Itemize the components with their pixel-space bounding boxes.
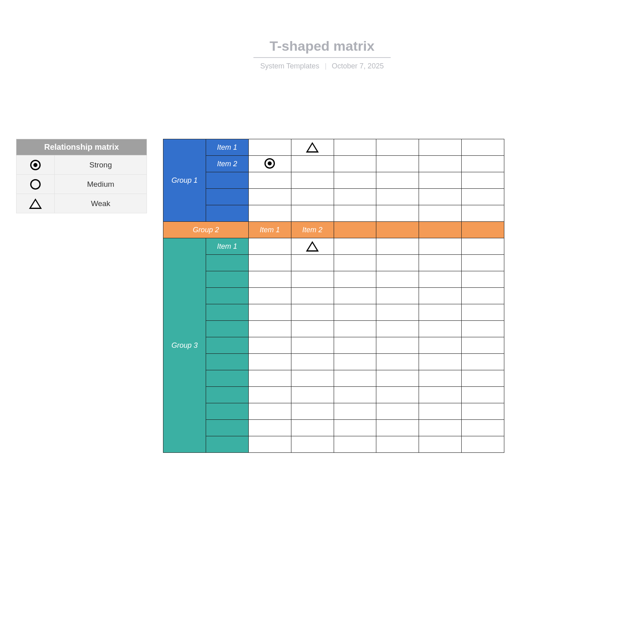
group2-item[interactable] — [376, 222, 419, 238]
matrix-cell[interactable] — [248, 271, 291, 288]
matrix-cell[interactable] — [291, 354, 334, 370]
matrix-cell[interactable] — [248, 403, 291, 420]
group3-item[interactable] — [206, 436, 248, 453]
matrix-cell[interactable] — [419, 271, 462, 288]
matrix-cell[interactable] — [462, 255, 504, 271]
matrix-cell[interactable] — [462, 172, 504, 189]
group1-item[interactable]: Item 1 — [206, 139, 248, 156]
matrix-cell[interactable] — [462, 304, 504, 321]
matrix-cell[interactable] — [376, 189, 419, 205]
matrix-cell[interactable] — [291, 370, 334, 387]
matrix-cell[interactable] — [248, 370, 291, 387]
matrix-cell[interactable] — [248, 337, 291, 354]
matrix-cell[interactable] — [462, 139, 504, 156]
matrix-cell[interactable] — [248, 156, 291, 172]
matrix-cell[interactable] — [462, 387, 504, 403]
matrix-cell[interactable] — [419, 387, 462, 403]
matrix-cell[interactable] — [334, 370, 376, 387]
group3-item[interactable] — [206, 420, 248, 436]
matrix-cell[interactable] — [376, 403, 419, 420]
matrix-cell[interactable] — [376, 156, 419, 172]
group1-item[interactable]: Item 2 — [206, 156, 248, 172]
group3-item[interactable] — [206, 370, 248, 387]
matrix-cell[interactable] — [419, 337, 462, 354]
group1-item[interactable] — [206, 205, 248, 222]
matrix-cell[interactable] — [419, 403, 462, 420]
matrix-cell[interactable] — [462, 288, 504, 304]
matrix-cell[interactable] — [248, 255, 291, 271]
matrix-cell[interactable] — [334, 321, 376, 337]
matrix-cell[interactable] — [334, 387, 376, 403]
matrix-cell[interactable] — [248, 436, 291, 453]
matrix-cell[interactable] — [291, 387, 334, 403]
group3-item[interactable] — [206, 255, 248, 271]
matrix-cell[interactable] — [334, 156, 376, 172]
matrix-cell[interactable] — [291, 304, 334, 321]
matrix-cell[interactable] — [334, 255, 376, 271]
matrix-cell[interactable] — [419, 321, 462, 337]
matrix-cell[interactable] — [462, 189, 504, 205]
matrix-cell[interactable] — [419, 288, 462, 304]
group3-item[interactable] — [206, 403, 248, 420]
group1-item[interactable] — [206, 172, 248, 189]
matrix-cell[interactable] — [334, 172, 376, 189]
matrix-cell[interactable] — [376, 238, 419, 255]
matrix-cell[interactable] — [376, 354, 419, 370]
matrix-cell[interactable] — [419, 255, 462, 271]
matrix-cell[interactable] — [419, 172, 462, 189]
matrix-cell[interactable] — [462, 205, 504, 222]
matrix-cell[interactable] — [291, 139, 334, 156]
group2-item[interactable] — [419, 222, 462, 238]
matrix-cell[interactable] — [462, 354, 504, 370]
matrix-cell[interactable] — [419, 436, 462, 453]
matrix-cell[interactable] — [462, 403, 504, 420]
matrix-cell[interactable] — [376, 205, 419, 222]
matrix-cell[interactable] — [462, 420, 504, 436]
matrix-cell[interactable] — [248, 321, 291, 337]
matrix-cell[interactable] — [291, 189, 334, 205]
matrix-cell[interactable] — [462, 271, 504, 288]
matrix-cell[interactable] — [334, 354, 376, 370]
matrix-cell[interactable] — [376, 288, 419, 304]
matrix-cell[interactable] — [291, 337, 334, 354]
matrix-cell[interactable] — [291, 321, 334, 337]
matrix-cell[interactable] — [334, 304, 376, 321]
group3-item[interactable] — [206, 387, 248, 403]
matrix-cell[interactable] — [291, 436, 334, 453]
group1-item[interactable] — [206, 189, 248, 205]
matrix-cell[interactable] — [248, 172, 291, 189]
matrix-cell[interactable] — [334, 205, 376, 222]
group3-item[interactable] — [206, 321, 248, 337]
group3-item[interactable] — [206, 304, 248, 321]
matrix-cell[interactable] — [376, 139, 419, 156]
matrix-cell[interactable] — [419, 354, 462, 370]
matrix-cell[interactable] — [291, 156, 334, 172]
matrix-cell[interactable] — [291, 172, 334, 189]
matrix-cell[interactable] — [376, 370, 419, 387]
matrix-cell[interactable] — [291, 205, 334, 222]
matrix-cell[interactable] — [419, 156, 462, 172]
matrix-cell[interactable] — [419, 189, 462, 205]
matrix-cell[interactable] — [419, 304, 462, 321]
matrix-cell[interactable] — [462, 337, 504, 354]
matrix-cell[interactable] — [376, 271, 419, 288]
matrix-cell[interactable] — [334, 271, 376, 288]
matrix-cell[interactable] — [248, 205, 291, 222]
matrix-cell[interactable] — [248, 288, 291, 304]
group2-item[interactable]: Item 1 — [248, 222, 291, 238]
matrix-cell[interactable] — [419, 370, 462, 387]
matrix-cell[interactable] — [334, 403, 376, 420]
group3-item[interactable] — [206, 271, 248, 288]
matrix-cell[interactable] — [248, 354, 291, 370]
matrix-cell[interactable] — [376, 387, 419, 403]
matrix-cell[interactable] — [334, 189, 376, 205]
matrix-cell[interactable] — [291, 403, 334, 420]
matrix-cell[interactable] — [334, 238, 376, 255]
matrix-cell[interactable] — [419, 205, 462, 222]
matrix-cell[interactable] — [419, 139, 462, 156]
matrix-cell[interactable] — [462, 238, 504, 255]
matrix-cell[interactable] — [248, 387, 291, 403]
matrix-cell[interactable] — [462, 321, 504, 337]
matrix-cell[interactable] — [376, 172, 419, 189]
matrix-cell[interactable] — [419, 420, 462, 436]
